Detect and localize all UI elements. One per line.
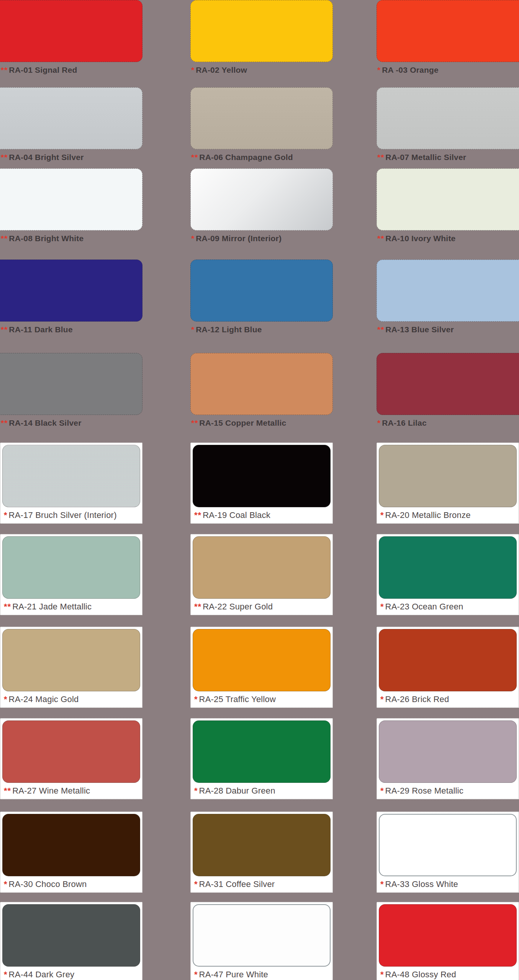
color-swatch-ra-14[interactable] bbox=[0, 353, 142, 415]
swatch-name-text: RA-20 Metallic Bronze bbox=[385, 510, 471, 520]
swatch-name-text: RA-08 Bright White bbox=[9, 234, 83, 243]
color-swatch-ra-23[interactable] bbox=[379, 536, 517, 599]
swatch-card-ra-22: **RA-22 Super Gold bbox=[190, 534, 333, 615]
swatch-cell-ra-16: *RA-16 Lilac bbox=[377, 353, 519, 428]
color-swatch-ra-17[interactable] bbox=[2, 445, 140, 507]
color-swatch-ra-16[interactable] bbox=[377, 353, 519, 415]
color-swatch-ra-29[interactable] bbox=[379, 720, 517, 783]
color-swatch-ra-25[interactable] bbox=[193, 629, 331, 691]
swatch-label: *RA-25 Traffic Yellow bbox=[193, 691, 331, 707]
color-swatch-ra-30[interactable] bbox=[2, 814, 140, 876]
swatch-name-text: RA-48 Glossy Red bbox=[385, 970, 456, 980]
swatch-cell-ra-09: *RA-09 Mirror (Interior) bbox=[190, 168, 333, 243]
swatch-label: *RA-12 Light Blue bbox=[190, 325, 333, 334]
color-swatch-ra-21[interactable] bbox=[2, 536, 140, 599]
swatch-card-ra-19: **RA-19 Coal Black bbox=[190, 443, 333, 524]
swatch-label: *RA -03 Orange bbox=[377, 65, 519, 75]
color-swatch-ra-48[interactable] bbox=[379, 904, 517, 967]
swatch-name-text: RA-01 Signal Red bbox=[9, 65, 77, 74]
swatch-cell-ra-01: **RA-01 Signal Red bbox=[0, 0, 142, 75]
swatch-label: *RA-44 Dark Grey bbox=[2, 967, 140, 980]
grade-asterisks: ** bbox=[194, 510, 201, 520]
color-swatch-ra-44[interactable] bbox=[2, 904, 140, 967]
grade-asterisks: * bbox=[194, 786, 198, 796]
swatch-name-text: RA-31 Coffee Silver bbox=[199, 879, 275, 889]
swatch-name-text: RA-30 Choco Brown bbox=[9, 879, 87, 889]
swatch-name-text: RA-12 Light Blue bbox=[196, 325, 262, 334]
swatch-card-ra-47: *RA-47 Pure White bbox=[190, 902, 333, 980]
color-swatch-ra-02[interactable] bbox=[190, 0, 333, 62]
grade-asterisks: * bbox=[194, 694, 198, 704]
swatch-card-ra-28: *RA-28 Dabur Green bbox=[190, 718, 333, 799]
grade-asterisks: * bbox=[191, 325, 195, 334]
swatch-cell-ra-08: **RA-08 Bright White bbox=[0, 168, 142, 243]
swatch-card-ra-31: *RA-31 Coffee Silver bbox=[190, 812, 333, 893]
swatch-label: **RA-04 Bright Silver bbox=[0, 153, 142, 162]
swatch-label: *RA-23 Ocean Green bbox=[379, 599, 517, 615]
grade-asterisks: * bbox=[4, 970, 8, 980]
color-swatch-ra-07[interactable] bbox=[377, 87, 519, 149]
swatch-card-ra-26: *RA-26 Brick Red bbox=[377, 627, 519, 708]
color-swatch-ra-10[interactable] bbox=[377, 168, 519, 230]
color-swatch-ra-15[interactable] bbox=[190, 353, 333, 415]
color-swatch-ra-03[interactable] bbox=[377, 0, 519, 62]
color-swatch-ra-04[interactable] bbox=[0, 87, 142, 149]
swatch-label: *RA-33 Gloss White bbox=[379, 876, 517, 892]
color-swatch-ra-22[interactable] bbox=[193, 536, 331, 599]
color-swatch-ra-11[interactable] bbox=[0, 260, 142, 322]
swatch-label: **RA-01 Signal Red bbox=[0, 65, 142, 75]
grade-asterisks: ** bbox=[1, 65, 8, 74]
swatch-card-ra-48: *RA-48 Glossy Red bbox=[377, 902, 519, 980]
color-swatch-ra-27[interactable] bbox=[2, 720, 140, 783]
grade-asterisks: ** bbox=[194, 602, 201, 612]
swatch-cell-ra-07: **RA-07 Metallic Silver bbox=[377, 87, 519, 162]
swatch-card-ra-44: *RA-44 Dark Grey bbox=[0, 902, 142, 980]
color-swatch-ra-08[interactable] bbox=[0, 168, 142, 230]
swatch-label: **RA-14 Black Silver bbox=[0, 418, 142, 428]
grade-asterisks: * bbox=[380, 694, 384, 704]
color-swatch-ra-33[interactable] bbox=[379, 814, 517, 876]
swatch-label: *RA-26 Brick Red bbox=[379, 691, 517, 707]
swatch-name-text: RA-09 Mirror (Interior) bbox=[196, 234, 282, 243]
color-swatch-ra-01[interactable] bbox=[0, 0, 142, 62]
swatch-card-ra-23: *RA-23 Ocean Green bbox=[377, 534, 519, 615]
grade-asterisks: ** bbox=[1, 153, 8, 162]
swatch-label: **RA-15 Copper Metallic bbox=[190, 418, 333, 428]
swatch-name-text: RA-02 Yellow bbox=[196, 65, 247, 74]
grade-asterisks: * bbox=[380, 970, 384, 980]
grade-asterisks: * bbox=[4, 879, 8, 889]
swatch-cell-ra-14: **RA-14 Black Silver bbox=[0, 353, 142, 428]
color-swatch-ra-09[interactable] bbox=[190, 168, 333, 230]
swatch-name-text: RA-29 Rose Metallic bbox=[385, 786, 463, 796]
swatch-card-ra-30: *RA-30 Choco Brown bbox=[0, 812, 142, 893]
swatch-name-text: RA-19 Coal Black bbox=[203, 510, 270, 520]
swatch-cell-ra-13: **RA-13 Blue Silver bbox=[377, 260, 519, 334]
swatch-name-text: RA-17 Bruch Silver (Interior) bbox=[9, 510, 117, 520]
color-swatch-ra-31[interactable] bbox=[193, 814, 331, 876]
swatch-name-text: RA-23 Ocean Green bbox=[385, 602, 463, 612]
swatch-name-text: RA-11 Dark Blue bbox=[9, 325, 72, 334]
grade-asterisks: ** bbox=[191, 153, 198, 162]
color-swatch-ra-06[interactable] bbox=[190, 87, 333, 149]
swatch-name-text: RA-28 Dabur Green bbox=[199, 786, 275, 796]
swatch-label: **RA-13 Blue Silver bbox=[377, 325, 519, 334]
swatch-label: *RA-09 Mirror (Interior) bbox=[190, 234, 333, 243]
swatch-name-text: RA-15 Copper Metallic bbox=[199, 418, 286, 427]
grade-asterisks: * bbox=[4, 510, 8, 520]
grade-asterisks: * bbox=[191, 65, 195, 74]
swatch-label: *RA-16 Lilac bbox=[377, 418, 519, 428]
swatch-card-ra-29: *RA-29 Rose Metallic bbox=[377, 718, 519, 799]
color-swatch-ra-13[interactable] bbox=[377, 260, 519, 322]
color-swatch-ra-47[interactable] bbox=[193, 904, 331, 967]
color-swatch-ra-20[interactable] bbox=[379, 445, 517, 507]
color-swatch-ra-28[interactable] bbox=[193, 720, 331, 783]
color-swatch-ra-24[interactable] bbox=[2, 629, 140, 691]
color-swatch-ra-26[interactable] bbox=[379, 629, 517, 691]
grade-asterisks: * bbox=[380, 602, 384, 612]
grade-asterisks: ** bbox=[377, 234, 384, 243]
color-swatch-ra-12[interactable] bbox=[190, 260, 333, 322]
color-swatch-ra-19[interactable] bbox=[193, 445, 331, 507]
swatch-card-ra-21: **RA-21 Jade Mettallic bbox=[0, 534, 142, 615]
swatch-cell-ra-02: *RA-02 Yellow bbox=[190, 0, 333, 75]
swatch-label: **RA-27 Wine Metallic bbox=[2, 783, 140, 799]
